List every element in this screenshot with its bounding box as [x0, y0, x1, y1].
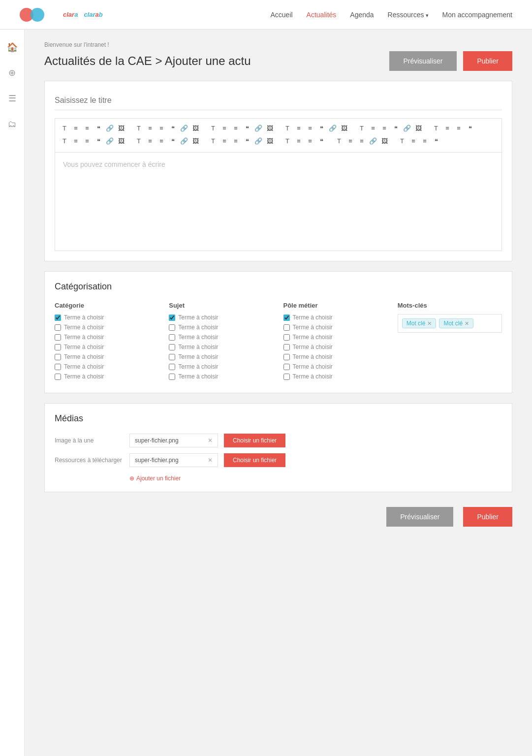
toolbar-T4[interactable]: T — [282, 123, 293, 133]
toolbar-list11[interactable]: ≡ — [356, 135, 367, 146]
cat-check[interactable] — [169, 364, 175, 370]
cat-check[interactable] — [55, 344, 61, 350]
tags-area[interactable]: Mot clé ✕ Mot clé ✕ — [398, 314, 502, 333]
cat-check[interactable] — [283, 315, 290, 321]
toolbar-align10[interactable]: ≡ — [293, 135, 304, 146]
toolbar-link3[interactable]: 🔗 — [253, 123, 264, 133]
toolbar-quote5[interactable]: ❝ — [390, 123, 401, 133]
toolbar-T11[interactable]: T — [334, 135, 344, 146]
cat-check[interactable] — [55, 315, 61, 321]
toolbar-link4[interactable]: 🔗 — [327, 123, 338, 133]
toolbar-T2[interactable]: T — [133, 123, 144, 133]
toolbar-list8[interactable]: ≡ — [156, 135, 167, 146]
toolbar-quote1[interactable]: ❝ — [93, 123, 104, 133]
toolbar-T5[interactable]: T — [356, 123, 367, 133]
media-remove-2[interactable]: ✕ — [208, 457, 213, 464]
toolbar-img1[interactable]: 🖼 — [116, 123, 126, 133]
toolbar-T9[interactable]: T — [208, 135, 219, 146]
toolbar-align9[interactable]: ≡ — [219, 135, 230, 146]
cat-check[interactable] — [55, 334, 61, 341]
cat-check[interactable] — [169, 344, 175, 350]
choose-file-2[interactable]: Choisir un fichier — [224, 453, 285, 467]
toolbar-quote7[interactable]: ❝ — [93, 135, 104, 146]
toolbar-list12[interactable]: ≡ — [419, 135, 430, 146]
toolbar-quote10[interactable]: ❝ — [316, 135, 327, 146]
editor-body[interactable]: Vous pouvez commencer à écrire — [55, 153, 502, 251]
cat-check[interactable] — [55, 354, 61, 360]
toolbar-list10[interactable]: ≡ — [305, 135, 315, 146]
toolbar-link5[interactable]: 🔗 — [402, 123, 412, 133]
toolbar-img5[interactable]: 🖼 — [413, 123, 424, 133]
toolbar-img7[interactable]: 🖼 — [116, 135, 126, 146]
cat-check[interactable] — [169, 334, 175, 341]
preview-button-bottom[interactable]: Prévisualiser — [386, 507, 453, 527]
toolbar-quote12[interactable]: ❝ — [431, 135, 441, 146]
sidebar-archive-icon[interactable]: 🗂 — [4, 116, 20, 132]
cat-check[interactable] — [55, 364, 61, 370]
toolbar-list4[interactable]: ≡ — [305, 123, 315, 133]
toolbar-list1[interactable]: ≡ — [82, 123, 93, 133]
toolbar-T12[interactable]: T — [397, 135, 407, 146]
toolbar-quote3[interactable]: ❝ — [242, 123, 252, 133]
preview-button[interactable]: Prévisualiser — [389, 51, 456, 71]
toolbar-align2[interactable]: ≡ — [145, 123, 156, 133]
toolbar-quote4[interactable]: ❝ — [316, 123, 327, 133]
toolbar-T8[interactable]: T — [133, 135, 144, 146]
toolbar-quote2[interactable]: ❝ — [167, 123, 178, 133]
toolbar-quote9[interactable]: ❝ — [242, 135, 252, 146]
toolbar-link1[interactable]: 🔗 — [104, 123, 115, 133]
sidebar-home-icon[interactable]: 🏠 — [4, 39, 20, 55]
toolbar-list7[interactable]: ≡ — [82, 135, 93, 146]
toolbar-quote6[interactable]: ❝ — [465, 123, 475, 133]
toolbar-img4[interactable]: 🖼 — [339, 123, 349, 133]
cat-check[interactable] — [283, 364, 290, 370]
toolbar-T10[interactable]: T — [282, 135, 293, 146]
cat-check[interactable] — [55, 324, 61, 331]
cat-check[interactable] — [283, 374, 290, 380]
toolbar-align8[interactable]: ≡ — [145, 135, 156, 146]
toolbar-T1[interactable]: T — [59, 123, 70, 133]
add-file-button[interactable]: ⊕ Ajouter un fichier — [129, 475, 502, 482]
toolbar-list9[interactable]: ≡ — [230, 135, 241, 146]
toolbar-align12[interactable]: ≡ — [408, 135, 419, 146]
title-input[interactable] — [55, 91, 502, 110]
nav-ressources[interactable]: Ressources — [388, 11, 429, 19]
tag-1-remove[interactable]: ✕ — [427, 320, 432, 327]
publish-button[interactable]: Publier — [463, 51, 512, 71]
toolbar-quote8[interactable]: ❝ — [167, 135, 178, 146]
nav-accueil[interactable]: Accueil — [270, 11, 292, 19]
nav-accompagnement[interactable]: Mon accompagnement — [442, 11, 512, 19]
toolbar-align4[interactable]: ≡ — [293, 123, 304, 133]
toolbar-align5[interactable]: ≡ — [368, 123, 378, 133]
choose-file-1[interactable]: Choisir un fichier — [224, 434, 285, 447]
sidebar-add-icon[interactable]: ⊕ — [4, 65, 20, 81]
media-remove-1[interactable]: ✕ — [208, 437, 213, 444]
toolbar-list6[interactable]: ≡ — [453, 123, 464, 133]
cat-check[interactable] — [283, 334, 290, 341]
nav-agenda[interactable]: Agenda — [350, 11, 374, 19]
toolbar-list2[interactable]: ≡ — [156, 123, 167, 133]
toolbar-align11[interactable]: ≡ — [345, 135, 356, 146]
toolbar-list5[interactable]: ≡ — [379, 123, 390, 133]
tag-2-remove[interactable]: ✕ — [465, 320, 469, 327]
toolbar-T3[interactable]: T — [208, 123, 219, 133]
toolbar-align3[interactable]: ≡ — [219, 123, 230, 133]
toolbar-img2[interactable]: 🖼 — [190, 123, 201, 133]
toolbar-link8[interactable]: 🔗 — [179, 135, 189, 146]
toolbar-align1[interactable]: ≡ — [70, 123, 81, 133]
cat-check[interactable] — [283, 344, 290, 350]
toolbar-link9[interactable]: 🔗 — [253, 135, 264, 146]
cat-check[interactable] — [169, 315, 175, 321]
toolbar-T6[interactable]: T — [431, 123, 441, 133]
toolbar-align6[interactable]: ≡ — [442, 123, 453, 133]
toolbar-img11[interactable]: 🖼 — [379, 135, 390, 146]
toolbar-T7[interactable]: T — [59, 135, 70, 146]
cat-check[interactable] — [169, 374, 175, 380]
nav-actualites[interactable]: Actualités — [307, 11, 337, 19]
cat-check[interactable] — [169, 354, 175, 360]
toolbar-link11[interactable]: 🔗 — [368, 135, 378, 146]
cat-check[interactable] — [55, 374, 61, 380]
toolbar-img8[interactable]: 🖼 — [190, 135, 201, 146]
toolbar-link2[interactable]: 🔗 — [179, 123, 189, 133]
publish-button-bottom[interactable]: Publier — [463, 507, 512, 527]
